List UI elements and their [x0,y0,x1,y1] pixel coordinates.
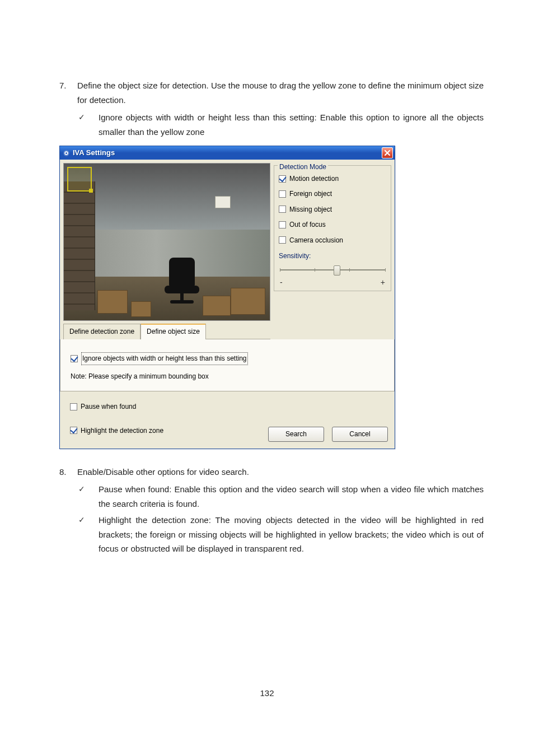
page-number: 132 [0,686,534,701]
close-button[interactable] [382,147,393,158]
cb-label: Ignore objects with width or height less… [81,352,248,365]
checkbox-icon[interactable] [279,236,286,244]
video-preview[interactable] [63,163,270,321]
step-7-number: 7. [59,78,77,107]
cb-label: Highlight the detection zone [81,425,163,436]
resize-handle[interactable] [89,189,93,193]
cb-label: Camera occlusion [289,235,343,246]
cb-out-of-focus[interactable]: Out of focus [279,219,386,230]
step-7-bullets: ✓ Ignore objects with width or height le… [78,110,484,139]
dialog-title: IVA Settings [73,147,382,159]
step-7: 7. Define the object size for detection.… [59,78,484,107]
sensitivity-label: Sensitivity: [279,250,386,262]
step-8-bullet-1-text: Pause when found: Enable this option and… [99,482,484,511]
search-button[interactable]: Search [268,427,324,441]
slider-minus-icon: - [280,276,283,290]
detection-mode-group: Detection Mode Motion detection Foreign … [274,165,391,291]
checkmark-icon: ✓ [78,513,99,556]
step-8-bullet-1: ✓ Pause when found: Enable this option a… [78,482,484,511]
dialog-titlebar[interactable]: IVA Settings [60,146,395,160]
step-7-text: Define the object size for detection. Us… [77,78,484,107]
cb-label: Motion detection [289,173,339,184]
min-bounding-box[interactable] [67,167,92,192]
step-8-bullet-2-text: Highlight the detection zone: The moving… [99,513,484,556]
checkbox-icon[interactable] [71,355,78,362]
tab-define-detection-zone[interactable]: Define detection zone [63,324,140,339]
checkbox-icon[interactable] [70,427,77,434]
cb-label: Missing object [289,204,332,215]
checkmark-icon: ✓ [78,482,99,511]
step-8: 8. Enable/Disable other options for vide… [59,465,484,479]
checkbox-icon[interactable] [70,403,77,410]
cb-foreign-object[interactable]: Foreign object [279,188,386,199]
step-7-bullet-1-text: Ignore objects with width or height less… [99,110,484,139]
detection-mode-legend: Detection Mode [278,161,328,172]
cb-pause-when-found[interactable]: Pause when found [70,401,391,412]
step-8-bullet-2: ✓ Highlight the detection zone: The movi… [78,513,484,556]
step-8-number: 8. [59,465,77,479]
cb-label: Foreign object [289,188,332,199]
cb-ignore-smaller[interactable]: Ignore objects with width or height less… [71,352,388,365]
sensitivity-slider[interactable]: - + [280,264,385,286]
step-7-bullet-1: ✓ Ignore objects with width or height le… [78,110,484,139]
slider-thumb[interactable] [334,265,340,276]
cancel-button[interactable]: Cancel [332,427,388,441]
preview-object-chair [165,258,199,304]
svg-point-2 [65,152,67,154]
step-8-bullets: ✓ Pause when found: Enable this option a… [78,482,484,556]
cb-label: Out of focus [289,219,326,230]
checkbox-icon[interactable] [279,206,286,213]
cb-missing-object[interactable]: Missing object [279,204,386,215]
cb-motion-detection[interactable]: Motion detection [279,173,386,184]
slider-plus-icon: + [381,276,385,290]
close-icon [384,150,391,156]
step-8-text: Enable/Disable other options for video s… [77,465,484,479]
checkbox-icon[interactable] [279,190,286,198]
cb-camera-occlusion[interactable]: Camera occlusion [279,235,386,246]
app-icon [62,149,70,157]
checkbox-icon[interactable] [279,175,286,183]
iva-settings-dialog: IVA Settings [59,146,395,449]
checkmark-icon: ✓ [78,110,99,139]
checkbox-icon[interactable] [279,221,286,228]
cb-label: Pause when found [81,401,136,412]
tab-panel-object-size: Ignore objects with width or height less… [60,339,395,391]
tabs: Define detection zone Define object size [63,323,270,339]
tab-define-object-size[interactable]: Define object size [140,324,206,339]
note-text: Note: Please specify a minimum bounding … [71,371,388,382]
